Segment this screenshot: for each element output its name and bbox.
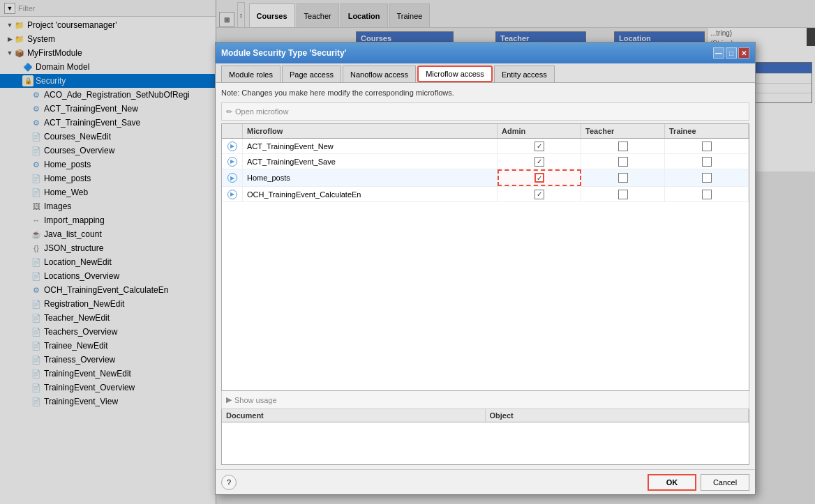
grid-row-act-save: ▶ ACT_TrainingEvent_Save: [222, 154, 749, 169]
tab-entity-access[interactable]: Entity access: [494, 66, 555, 82]
play-icon-4[interactable]: ▶: [227, 190, 237, 199]
usage-arrow-icon: ▶: [226, 395, 232, 404]
row-play-btn-1[interactable]: ▶: [222, 139, 243, 153]
row-name-3: Home_posts: [243, 169, 498, 186]
modal-controls: — □ ✕: [713, 47, 749, 59]
cancel-button[interactable]: Cancel: [701, 474, 749, 491]
row-play-btn-2[interactable]: ▶: [222, 154, 243, 169]
checkbox-trainee-1[interactable]: [702, 142, 712, 151]
checkbox-teacher-3[interactable]: [618, 173, 628, 183]
show-usage-bar: ▶ Show usage: [221, 391, 749, 409]
col-admin: Admin: [498, 124, 581, 138]
modal-title: Module Security Type 'Security': [221, 48, 713, 58]
row-trainee-4[interactable]: [665, 187, 749, 201]
row-name-1: ACT_TrainingEvent_New: [243, 139, 498, 153]
row-trainee-3[interactable]: [665, 169, 749, 186]
row-teacher-4[interactable]: [581, 187, 665, 201]
checkbox-admin-3-highlighted[interactable]: [534, 173, 544, 183]
grid-row-act-new: ▶ ACT_TrainingEvent_New: [222, 139, 749, 154]
checkbox-trainee-4[interactable]: [702, 190, 712, 199]
checkbox-trainee-2[interactable]: [702, 157, 712, 167]
row-play-btn-3[interactable]: ▶: [222, 169, 243, 186]
pencil-icon: ✏: [226, 107, 232, 116]
tab-microflow-access[interactable]: Microflow access: [417, 66, 493, 82]
grid-body: ▶ ACT_TrainingEvent_New: [222, 139, 749, 390]
close-button[interactable]: ✕: [738, 47, 749, 59]
checkbox-teacher-1[interactable]: [618, 142, 628, 151]
maximize-button[interactable]: □: [726, 47, 737, 59]
modal-dialog: Module Security Type 'Security' — □ ✕ Mo…: [215, 42, 756, 495]
grid-header: Microflow Admin Teacher Trainee: [222, 124, 749, 139]
tab-module-roles[interactable]: Module roles: [221, 66, 281, 82]
row-trainee-1[interactable]: [665, 139, 749, 153]
ok-button[interactable]: OK: [648, 474, 696, 491]
modal-body: Note: Changes you make here modify the c…: [216, 83, 755, 469]
usage-grid-header: Document Object: [222, 409, 749, 422]
show-usage-label: Show usage: [234, 396, 277, 404]
row-admin-2[interactable]: [498, 154, 581, 169]
play-icon-2[interactable]: ▶: [227, 157, 237, 167]
row-admin-3[interactable]: [498, 169, 581, 186]
tab-page-access[interactable]: Page access: [282, 66, 341, 82]
microflow-access-grid: Microflow Admin Teacher Trainee ▶ ACT_Tr…: [221, 123, 749, 391]
play-icon-3[interactable]: ▶: [227, 173, 237, 183]
row-teacher-1[interactable]: [581, 139, 665, 153]
minimize-button[interactable]: —: [713, 47, 724, 59]
row-admin-1[interactable]: [498, 139, 581, 153]
row-trainee-2[interactable]: [665, 154, 749, 169]
modal-tab-bar: Module roles Page access Nanoflow access…: [216, 63, 755, 83]
col-icon: [222, 124, 243, 138]
row-teacher-2[interactable]: [581, 154, 665, 169]
open-microflow-label: Open microflow: [235, 107, 288, 116]
col-microflow: Microflow: [243, 124, 498, 138]
checkbox-admin-2[interactable]: [534, 157, 544, 167]
checkbox-teacher-4[interactable]: [618, 190, 628, 199]
usage-grid: Document Object: [221, 409, 749, 465]
modal-titlebar: Module Security Type 'Security' — □ ✕: [216, 43, 755, 63]
usage-grid-body: [222, 422, 749, 464]
grid-row-och: ▶ OCH_TrainingEvent_CalculateEn: [222, 187, 749, 202]
modal-overlay: Module Security Type 'Security' — □ ✕ Mo…: [0, 0, 815, 504]
checkbox-trainee-3[interactable]: [702, 173, 712, 183]
checkbox-admin-1[interactable]: [534, 142, 544, 151]
usage-col-document: Document: [222, 409, 486, 422]
play-icon-1[interactable]: ▶: [227, 142, 237, 151]
col-teacher: Teacher: [581, 124, 665, 138]
grid-row-home-posts: ▶ Home_posts: [222, 169, 749, 187]
checkbox-admin-4[interactable]: [534, 190, 544, 199]
row-teacher-3[interactable]: [581, 169, 665, 186]
row-play-btn-4[interactable]: ▶: [222, 187, 243, 201]
help-button[interactable]: ?: [221, 475, 237, 490]
usage-col-object: Object: [486, 409, 749, 422]
modal-footer: ? OK Cancel: [216, 469, 755, 494]
modal-note: Note: Changes you make here modify the c…: [221, 87, 749, 98]
tab-nanoflow-access[interactable]: Nanoflow access: [343, 66, 416, 82]
col-trainee: Trainee: [665, 124, 749, 138]
row-admin-4[interactable]: [498, 187, 581, 201]
row-name-2: ACT_TrainingEvent_Save: [243, 154, 498, 169]
checkbox-teacher-2[interactable]: [618, 157, 628, 167]
row-name-4: OCH_TrainingEvent_CalculateEn: [243, 187, 498, 201]
open-microflow-bar: ✏ Open microflow: [221, 102, 749, 121]
